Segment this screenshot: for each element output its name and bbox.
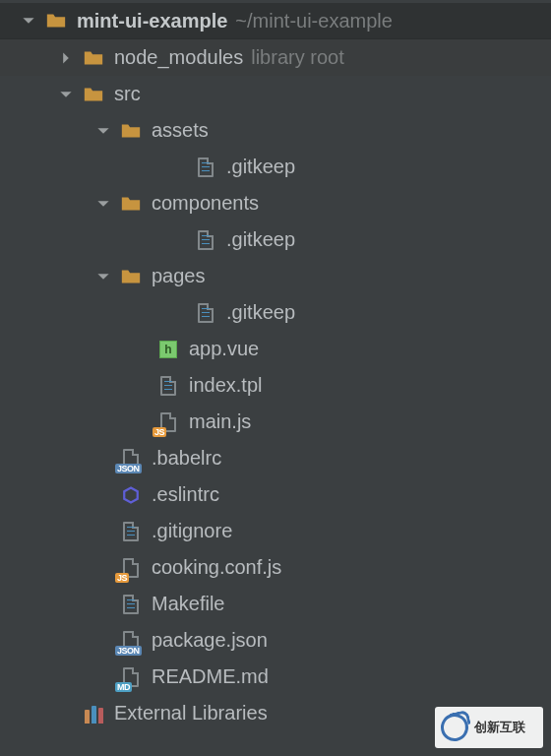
tree-item-gitkeep[interactable]: .gitkeep	[0, 294, 551, 331]
tree-item-main-js[interactable]: JS main.js	[0, 404, 551, 440]
item-label: README.md	[152, 665, 269, 688]
tree-item-gitkeep[interactable]: .gitkeep	[0, 149, 551, 185]
tree-item-package-json[interactable]: JSON package.json	[0, 622, 551, 659]
folder-icon	[118, 191, 144, 217]
tree-item-cooking-conf[interactable]: JS cooking.conf.js	[0, 549, 551, 586]
watermark-text: 创新互联	[474, 721, 525, 734]
project-path: ~/mint-ui-example	[235, 10, 393, 32]
tree-item-root[interactable]: mint-ui-example ~/mint-ui-example	[0, 3, 551, 39]
item-label: .gitkeep	[226, 156, 295, 178]
watermark-logo-icon	[438, 711, 470, 743]
tree-item-index-tpl[interactable]: index.tpl	[0, 367, 551, 404]
folder-icon	[81, 82, 106, 107]
item-label: package.json	[152, 629, 268, 652]
chevron-down-icon[interactable]	[89, 270, 118, 284]
item-label: .gitkeep	[226, 301, 295, 324]
file-icon	[193, 227, 218, 253]
item-label: components	[152, 192, 259, 215]
item-label: cooking.conf.js	[152, 556, 281, 579]
js-file-icon: JS	[155, 410, 181, 435]
chevron-right-icon[interactable]	[51, 51, 81, 65]
item-label: main.js	[189, 410, 251, 433]
library-root-tag: library root	[251, 46, 343, 69]
folder-icon	[118, 118, 144, 144]
file-icon	[118, 592, 144, 617]
json-file-icon: JSON	[118, 628, 144, 654]
chevron-down-icon[interactable]	[89, 124, 118, 138]
tree-item-makefile[interactable]: Makefile	[0, 586, 551, 622]
item-label: .gitignore	[152, 520, 232, 542]
file-icon	[193, 300, 218, 326]
tree-item-gitignore[interactable]: .gitignore	[0, 513, 551, 549]
item-label: .babelrc	[152, 447, 221, 470]
item-label: .eslintrc	[152, 483, 219, 506]
tree-item-gitkeep[interactable]: .gitkeep	[0, 221, 551, 258]
chevron-down-icon[interactable]	[89, 197, 118, 211]
tree-item-components[interactable]: components	[0, 185, 551, 221]
file-icon	[193, 155, 218, 180]
item-label: .gitkeep	[226, 228, 295, 251]
item-label: src	[114, 83, 141, 105]
tree-item-babelrc[interactable]: JSON .babelrc	[0, 440, 551, 476]
file-icon	[118, 519, 144, 544]
chevron-down-icon[interactable]	[51, 88, 81, 101]
item-label: index.tpl	[189, 374, 263, 397]
item-label: Makefile	[152, 593, 224, 615]
watermark: 创新互联	[435, 707, 543, 748]
item-label: assets	[152, 119, 209, 142]
tree-item-app-vue[interactable]: h app.vue	[0, 331, 551, 367]
file-icon	[155, 373, 181, 399]
project-tree: mint-ui-example ~/mint-ui-example node_m…	[0, 0, 551, 731]
tree-item-src[interactable]: src	[0, 76, 551, 112]
tree-item-readme[interactable]: MD README.md	[0, 659, 551, 695]
tree-item-node-modules[interactable]: node_modules library root	[0, 39, 551, 76]
vue-file-icon: h	[155, 337, 181, 362]
item-label: node_modules	[114, 46, 243, 69]
json-file-icon: JSON	[118, 446, 144, 472]
folder-icon	[43, 8, 69, 33]
tree-item-assets[interactable]: assets	[0, 112, 551, 149]
tree-item-pages[interactable]: pages	[0, 258, 551, 294]
item-label: External Libraries	[114, 702, 268, 724]
chevron-down-icon[interactable]	[14, 14, 43, 28]
eslint-icon	[118, 482, 144, 508]
folder-icon	[118, 264, 144, 289]
folder-icon	[81, 45, 106, 71]
library-icon	[81, 701, 106, 726]
tree-item-eslintrc[interactable]: .eslintrc	[0, 476, 551, 513]
md-file-icon: MD	[118, 664, 144, 690]
item-label: pages	[152, 265, 206, 287]
project-name: mint-ui-example	[77, 10, 227, 32]
js-file-icon: JS	[118, 555, 144, 581]
item-label: app.vue	[189, 338, 259, 360]
